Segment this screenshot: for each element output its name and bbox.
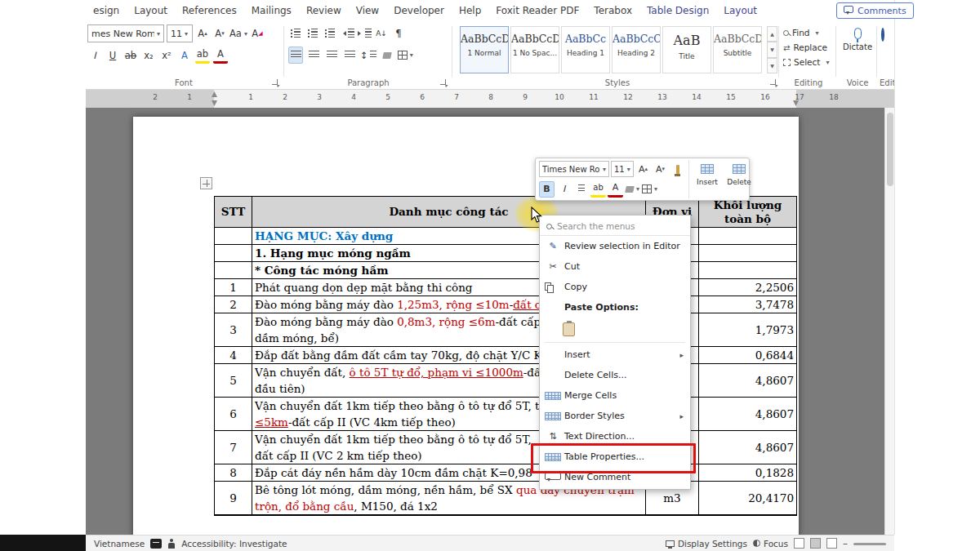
menu-item-review-selection-in-editor[interactable]: Review selection in Editor [540,236,690,256]
styles-gallery-scroll[interactable]: ▲ ▼ ▼ [767,26,777,73]
format-painter-button[interactable] [670,161,685,177]
cell-stt[interactable]: 8 [215,464,252,482]
font-dialog-launcher-icon[interactable] [272,79,279,87]
mini-grow-font-button[interactable]: A▴ [635,161,651,177]
cell-quantity[interactable]: 0,1828 [699,464,797,482]
accessibility-status[interactable]: Accessibility: Investigate [181,539,287,549]
tab-developer[interactable]: Developer [386,5,452,16]
tab-review[interactable]: Review [299,5,349,16]
cell-unit[interactable] [646,515,699,516]
mini-italic-button[interactable]: I [556,181,572,198]
cell-stt[interactable] [215,262,252,279]
tab-help[interactable]: Help [452,5,488,16]
cell-description[interactable] [252,515,646,516]
mini-borders-button[interactable]: ▾ [642,181,657,198]
cell-quantity[interactable]: 2,2506 [699,279,797,296]
scrollbar-thumb[interactable] [887,113,893,186]
cell-quantity[interactable]: 20,4170 [699,482,797,515]
show-marks-button[interactable]: ¶ [391,24,406,42]
styles-dialog-launcher-icon[interactable] [770,79,777,87]
table-insert-button[interactable]: Insert [693,160,721,198]
gallery-expand-icon[interactable]: ▼ [767,58,777,73]
cell-stt[interactable]: 1 [215,279,252,296]
underline-button[interactable]: U [105,47,120,64]
focus-button[interactable]: Focus [753,539,788,549]
zoom-slider[interactable] [853,543,886,545]
style-1-normal[interactable]: AaBbCcDd1 Normal [460,26,509,73]
justify-button[interactable] [342,47,357,64]
bullets-button[interactable] [288,24,303,42]
editor-button[interactable] [881,29,884,40]
cell-quantity[interactable]: 4,8607 [699,398,797,431]
cell-quantity[interactable] [699,515,797,516]
tab-esign[interactable]: esign [86,5,127,16]
line-spacing-button[interactable]: ↕ [360,47,376,64]
display-settings-button[interactable]: Display Settings [666,539,747,549]
mini-highlight-button[interactable]: ab [590,181,606,198]
menu-item-merge-cells[interactable]: Merge Cells [540,385,690,406]
table-move-handle-icon[interactable] [200,177,212,189]
web-layout-button[interactable] [826,538,837,549]
menu-item-cut[interactable]: Cut [540,256,690,277]
tab-mailings[interactable]: Mailings [244,5,299,16]
style-subtitle[interactable]: AaBbCcDdSubtitle [713,26,762,73]
superscript-button[interactable]: x² [159,47,174,64]
font-name-combo[interactable]: mes New Romar▾ [87,24,164,42]
text-highlight-button[interactable]: ab [195,47,210,64]
cell-quantity[interactable] [699,245,797,262]
tab-terabox[interactable]: Terabox [586,5,639,16]
mini-list-button[interactable] [573,181,589,198]
mini-font-color-button[interactable]: A [608,181,623,198]
mini-font-name-combo[interactable]: Times New Ror▾ [539,161,609,177]
cell-quantity[interactable]: 3,7478 [699,296,797,313]
cell-stt[interactable]: 6 [215,398,252,431]
cell-stt[interactable]: 4 [215,347,252,364]
align-right-button[interactable] [324,47,339,64]
cell-stt[interactable] [215,245,252,262]
cell-stt[interactable] [215,228,252,245]
shrink-font-button[interactable]: A▾ [212,25,227,42]
menu-item-paste-options[interactable]: Paste Options: [540,297,690,318]
align-center-button[interactable] [306,47,321,64]
align-left-button[interactable] [288,47,303,64]
cell-quantity[interactable]: 0,6844 [699,347,797,364]
vertical-scrollbar[interactable] [884,108,894,535]
mini-bold-button[interactable]: B [539,181,555,198]
dictate-button[interactable]: Dictate [839,28,876,51]
horizontal-ruler[interactable]: 21123456789101112131415161718 [86,90,894,108]
cell-stt[interactable]: 5 [215,364,252,398]
decrease-indent-button[interactable] [340,24,354,42]
tab-layout[interactable]: Layout [127,5,175,16]
cell-quantity[interactable]: 4,8607 [699,364,797,398]
grow-font-button[interactable]: A▴ [195,25,210,42]
cell-quantity[interactable] [699,228,797,245]
shading-button[interactable] [380,47,394,64]
header-stt[interactable]: STT [215,197,252,228]
italic-button[interactable]: I [87,47,102,64]
tab-layout[interactable]: Layout [716,5,764,16]
print-layout-button[interactable] [810,538,821,549]
style-title[interactable]: AaBTitle [662,26,711,73]
cell-stt[interactable]: 2 [215,296,252,313]
scroll-up-icon[interactable]: ▲ [767,26,777,42]
language-status[interactable]: Vietnamese [94,539,145,549]
paragraph-dialog-launcher-icon[interactable] [440,79,448,87]
cell-quantity[interactable]: 4,8607 [699,431,797,464]
font-color-button[interactable]: A [213,47,228,64]
menu-item-insert[interactable]: Insert▸ [540,344,690,365]
multilevel-list-button[interactable] [323,24,337,42]
style-heading-2[interactable]: AaBbCcCHeading 2 [612,26,661,73]
tab-foxit-reader-pdf[interactable]: Foxit Reader PDF [488,5,586,16]
mini-shrink-font-button[interactable]: A▾ [653,161,668,177]
select-button[interactable]: Select▾ [783,55,829,69]
find-button[interactable]: Find▾ [783,25,829,40]
menu-item-copy[interactable]: Copy [540,277,690,297]
sort-button[interactable]: A↓ [374,24,389,42]
strikethrough-button[interactable]: ab [123,47,138,64]
style-heading-1[interactable]: AaBbCcHeading 1 [561,26,610,73]
cell-stt[interactable] [215,515,252,516]
cell-quantity[interactable] [699,262,797,279]
font-size-combo[interactable]: 11▾ [167,24,193,42]
tab-references[interactable]: References [175,5,244,16]
text-effects-button[interactable]: A [177,47,192,64]
